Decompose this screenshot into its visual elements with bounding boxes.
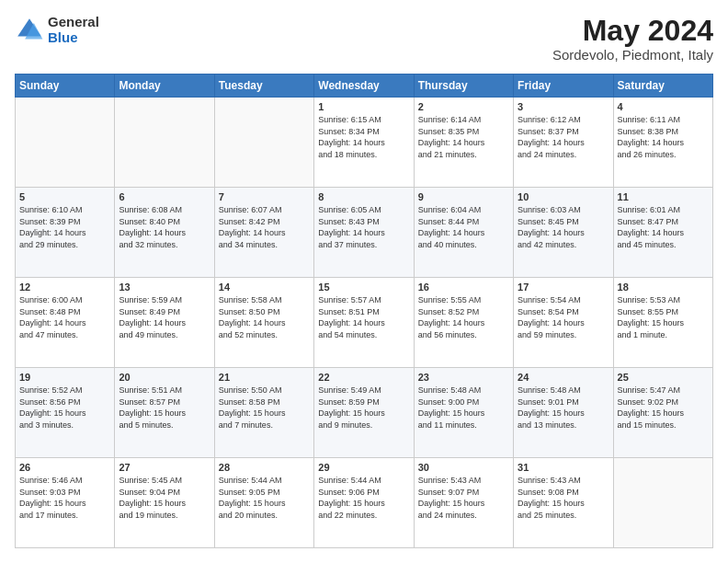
table-row: 3Sunrise: 6:12 AM Sunset: 8:37 PM Daylig…: [514, 98, 613, 188]
day-number: 20: [119, 372, 210, 383]
day-number: 6: [119, 191, 210, 202]
day-number: 29: [318, 462, 409, 473]
calendar-week-row: 1Sunrise: 6:15 AM Sunset: 8:34 PM Daylig…: [16, 98, 713, 188]
table-row: 29Sunrise: 5:44 AM Sunset: 9:06 PM Dayli…: [314, 458, 414, 548]
day-info: Sunrise: 5:58 AM Sunset: 8:50 PM Dayligh…: [219, 294, 310, 340]
header-saturday: Saturday: [613, 75, 712, 98]
table-row: 5Sunrise: 6:10 AM Sunset: 8:39 PM Daylig…: [16, 188, 115, 278]
day-number: 15: [318, 282, 409, 293]
table-row: 4Sunrise: 6:11 AM Sunset: 8:38 PM Daylig…: [613, 98, 712, 188]
day-number: 31: [518, 462, 609, 473]
table-row: 10Sunrise: 6:03 AM Sunset: 8:45 PM Dayli…: [514, 188, 613, 278]
day-info: Sunrise: 5:53 AM Sunset: 8:55 PM Dayligh…: [618, 294, 709, 340]
table-row: 30Sunrise: 5:43 AM Sunset: 9:07 PM Dayli…: [414, 458, 513, 548]
day-number: 8: [318, 191, 409, 202]
day-number: 12: [19, 282, 110, 293]
header-monday: Monday: [115, 75, 214, 98]
table-row: 11Sunrise: 6:01 AM Sunset: 8:47 PM Dayli…: [613, 188, 712, 278]
day-number: 26: [19, 462, 110, 473]
header-wednesday: Wednesday: [314, 75, 414, 98]
day-number: 27: [119, 462, 210, 473]
header-sunday: Sunday: [16, 75, 115, 98]
day-info: Sunrise: 5:59 AM Sunset: 8:49 PM Dayligh…: [119, 294, 210, 340]
logo-icon: [15, 16, 44, 45]
logo: General Blue: [15, 15, 99, 45]
day-number: 30: [418, 462, 509, 473]
table-row: [613, 458, 712, 548]
day-info: Sunrise: 6:12 AM Sunset: 8:37 PM Dayligh…: [518, 114, 609, 160]
calendar-week-row: 26Sunrise: 5:46 AM Sunset: 9:03 PM Dayli…: [16, 458, 713, 548]
table-row: 24Sunrise: 5:48 AM Sunset: 9:01 PM Dayli…: [514, 368, 613, 458]
header-friday: Friday: [514, 75, 613, 98]
table-row: 14Sunrise: 5:58 AM Sunset: 8:50 PM Dayli…: [214, 278, 313, 368]
table-row: 15Sunrise: 5:57 AM Sunset: 8:51 PM Dayli…: [314, 278, 414, 368]
day-info: Sunrise: 6:05 AM Sunset: 8:43 PM Dayligh…: [318, 204, 409, 250]
day-number: 25: [618, 372, 709, 383]
header: General Blue May 2024 Sordevolo, Piedmon…: [15, 15, 713, 63]
day-number: 7: [219, 191, 310, 202]
table-row: 16Sunrise: 5:55 AM Sunset: 8:52 PM Dayli…: [414, 278, 513, 368]
day-info: Sunrise: 6:08 AM Sunset: 8:40 PM Dayligh…: [119, 204, 210, 250]
table-row: 6Sunrise: 6:08 AM Sunset: 8:40 PM Daylig…: [115, 188, 214, 278]
day-number: 13: [119, 282, 210, 293]
day-info: Sunrise: 5:43 AM Sunset: 9:08 PM Dayligh…: [518, 475, 609, 521]
calendar-week-row: 19Sunrise: 5:52 AM Sunset: 8:56 PM Dayli…: [16, 368, 713, 458]
title-block: May 2024 Sordevolo, Piedmont, Italy: [552, 15, 713, 63]
day-info: Sunrise: 5:48 AM Sunset: 9:01 PM Dayligh…: [518, 385, 609, 431]
day-info: Sunrise: 6:04 AM Sunset: 8:44 PM Dayligh…: [418, 204, 509, 250]
day-number: 28: [219, 462, 310, 473]
table-row: 20Sunrise: 5:51 AM Sunset: 8:57 PM Dayli…: [115, 368, 214, 458]
day-info: Sunrise: 6:11 AM Sunset: 8:38 PM Dayligh…: [618, 114, 709, 160]
table-row: 18Sunrise: 5:53 AM Sunset: 8:55 PM Dayli…: [613, 278, 712, 368]
table-row: 21Sunrise: 5:50 AM Sunset: 8:58 PM Dayli…: [214, 368, 313, 458]
day-info: Sunrise: 5:48 AM Sunset: 9:00 PM Dayligh…: [418, 385, 509, 431]
table-row: [214, 98, 313, 188]
day-info: Sunrise: 5:50 AM Sunset: 8:58 PM Dayligh…: [219, 385, 310, 431]
day-number: 23: [418, 372, 509, 383]
day-info: Sunrise: 6:00 AM Sunset: 8:48 PM Dayligh…: [19, 294, 110, 340]
day-info: Sunrise: 5:55 AM Sunset: 8:52 PM Dayligh…: [418, 294, 509, 340]
day-info: Sunrise: 5:54 AM Sunset: 8:54 PM Dayligh…: [518, 294, 609, 340]
logo-general-text: General: [48, 15, 99, 30]
day-number: 14: [219, 282, 310, 293]
day-info: Sunrise: 6:15 AM Sunset: 8:34 PM Dayligh…: [318, 114, 409, 160]
day-info: Sunrise: 5:44 AM Sunset: 9:05 PM Dayligh…: [219, 475, 310, 521]
day-number: 3: [518, 101, 609, 112]
table-row: [115, 98, 214, 188]
header-thursday: Thursday: [414, 75, 513, 98]
day-info: Sunrise: 6:01 AM Sunset: 8:47 PM Dayligh…: [618, 204, 709, 250]
day-number: 1: [318, 101, 409, 112]
day-number: 9: [418, 191, 509, 202]
day-number: 22: [318, 372, 409, 383]
calendar-week-row: 12Sunrise: 6:00 AM Sunset: 8:48 PM Dayli…: [16, 278, 713, 368]
day-info: Sunrise: 6:07 AM Sunset: 8:42 PM Dayligh…: [219, 204, 310, 250]
page: General Blue May 2024 Sordevolo, Piedmon…: [0, 0, 728, 563]
day-info: Sunrise: 5:57 AM Sunset: 8:51 PM Dayligh…: [318, 294, 409, 340]
table-row: 25Sunrise: 5:47 AM Sunset: 9:02 PM Dayli…: [613, 368, 712, 458]
table-row: 8Sunrise: 6:05 AM Sunset: 8:43 PM Daylig…: [314, 188, 414, 278]
day-info: Sunrise: 5:43 AM Sunset: 9:07 PM Dayligh…: [418, 475, 509, 521]
month-title: May 2024: [552, 15, 713, 47]
day-info: Sunrise: 5:47 AM Sunset: 9:02 PM Dayligh…: [618, 385, 709, 431]
table-row: 28Sunrise: 5:44 AM Sunset: 9:05 PM Dayli…: [214, 458, 313, 548]
day-number: 17: [518, 282, 609, 293]
table-row: 1Sunrise: 6:15 AM Sunset: 8:34 PM Daylig…: [314, 98, 414, 188]
logo-blue-text: Blue: [48, 30, 99, 46]
table-row: 22Sunrise: 5:49 AM Sunset: 8:59 PM Dayli…: [314, 368, 414, 458]
day-number: 18: [618, 282, 709, 293]
day-number: 19: [19, 372, 110, 383]
table-row: 17Sunrise: 5:54 AM Sunset: 8:54 PM Dayli…: [514, 278, 613, 368]
table-row: 13Sunrise: 5:59 AM Sunset: 8:49 PM Dayli…: [115, 278, 214, 368]
day-number: 4: [618, 101, 709, 112]
day-number: 16: [418, 282, 509, 293]
table-row: 2Sunrise: 6:14 AM Sunset: 8:35 PM Daylig…: [414, 98, 513, 188]
day-number: 21: [219, 372, 310, 383]
day-number: 24: [518, 372, 609, 383]
day-info: Sunrise: 6:03 AM Sunset: 8:45 PM Dayligh…: [518, 204, 609, 250]
header-tuesday: Tuesday: [214, 75, 313, 98]
table-row: 27Sunrise: 5:45 AM Sunset: 9:04 PM Dayli…: [115, 458, 214, 548]
day-info: Sunrise: 6:10 AM Sunset: 8:39 PM Dayligh…: [19, 204, 110, 250]
day-number: 10: [518, 191, 609, 202]
day-number: 5: [19, 191, 110, 202]
table-row: 9Sunrise: 6:04 AM Sunset: 8:44 PM Daylig…: [414, 188, 513, 278]
